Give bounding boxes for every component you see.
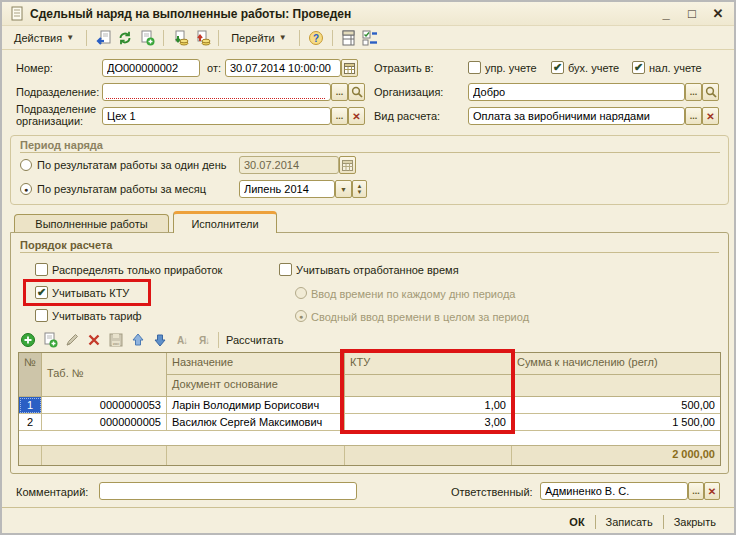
button-bar: ОК Записать Закрыть bbox=[559, 512, 726, 532]
titlebar: Сдельный наряд на выполненные работы: Пр… bbox=[2, 2, 734, 26]
table-empty-area bbox=[19, 431, 720, 445]
maximize-button[interactable]: □ bbox=[684, 6, 700, 22]
spin-down-icon[interactable]: ▼ bbox=[357, 189, 363, 195]
tab-number-cell[interactable]: 0000000005 bbox=[42, 414, 167, 431]
calendar-icon bbox=[344, 63, 355, 74]
header-ktu[interactable]: КТУ bbox=[345, 353, 512, 375]
close-button[interactable]: ✕ bbox=[710, 6, 726, 22]
copy-row-icon[interactable] bbox=[40, 331, 60, 349]
move-up-icon[interactable] bbox=[128, 331, 148, 349]
org-department-input[interactable] bbox=[102, 107, 331, 125]
unpost-document-icon[interactable] bbox=[192, 28, 212, 48]
name-cell[interactable]: Ларін Володимир Борисович bbox=[167, 397, 345, 414]
sort-descending-icon: Я↓ bbox=[194, 331, 214, 349]
period-month-spinner[interactable]: ▲ ▼ bbox=[352, 180, 367, 198]
number-input[interactable] bbox=[102, 59, 200, 77]
row-number-cell[interactable]: 1 bbox=[19, 397, 42, 414]
performers-table: № Таб. № Назначение КТУ Сумма к начислен… bbox=[18, 352, 721, 466]
refresh-icon[interactable] bbox=[115, 28, 135, 48]
responsible-select-button[interactable]: ... bbox=[688, 482, 704, 500]
save-button[interactable]: Записать bbox=[596, 514, 663, 530]
period-day-date-input bbox=[239, 156, 339, 174]
actions-menu-label: Действия bbox=[14, 32, 62, 44]
comment-input[interactable] bbox=[99, 482, 357, 500]
svg-text:кон: кон bbox=[113, 341, 119, 346]
goto-menu-button[interactable]: Перейти ▼ bbox=[225, 28, 293, 48]
row-number-cell[interactable]: 2 bbox=[19, 414, 42, 431]
calculate-button[interactable]: Рассчитать bbox=[226, 331, 283, 349]
tab-performers[interactable]: Исполнители bbox=[173, 211, 277, 233]
reflect-management-label: упр. учете bbox=[485, 59, 537, 77]
department-label: Подразделение: bbox=[16, 83, 99, 101]
toolbar-separator bbox=[332, 30, 333, 46]
tab-number-cell[interactable]: 0000000053 bbox=[42, 397, 167, 414]
move-down-icon[interactable] bbox=[150, 331, 170, 349]
period-month-label: По результатам работы за месяц bbox=[37, 180, 206, 198]
department-select-button[interactable]: ... bbox=[331, 83, 348, 101]
ok-button[interactable]: ОК bbox=[559, 514, 594, 530]
add-row-icon[interactable] bbox=[18, 331, 38, 349]
organization-select-button[interactable]: ... bbox=[685, 83, 702, 101]
ktu-cell[interactable]: 1,00 bbox=[345, 397, 512, 414]
department-search-button[interactable] bbox=[348, 83, 365, 101]
period-day-radio[interactable] bbox=[20, 159, 32, 171]
list-settings-icon[interactable] bbox=[361, 28, 381, 48]
responsible-clear-button[interactable]: ✕ bbox=[704, 482, 720, 500]
use-ktu-checkbox[interactable]: ✔ bbox=[35, 286, 48, 299]
reflect-accounting-label: бух. учете bbox=[568, 59, 619, 77]
document-icon bbox=[10, 6, 24, 22]
use-ktu-label: Учитывать КТУ bbox=[52, 284, 129, 302]
calc-kind-clear-button[interactable]: ✕ bbox=[702, 107, 719, 125]
reread-icon[interactable] bbox=[93, 28, 113, 48]
post-document-icon[interactable] bbox=[170, 28, 190, 48]
calc-kind-input[interactable] bbox=[468, 107, 685, 125]
sum-cell[interactable]: 500,00 bbox=[512, 397, 720, 414]
toolbar-separator bbox=[86, 30, 87, 46]
name-cell[interactable]: Василюк Сергей Максимович bbox=[167, 414, 345, 431]
table-row[interactable]: 2 0000000005 Василюк Сергей Максимович 3… bbox=[19, 414, 720, 431]
header-doc-base[interactable]: Документ основание bbox=[167, 375, 345, 397]
edit-row-icon[interactable] bbox=[62, 331, 82, 349]
table-row[interactable]: 1 0000000053 Ларін Володимир Борисович 1… bbox=[19, 397, 720, 414]
distribute-extra-checkbox[interactable] bbox=[35, 263, 48, 276]
header-sum[interactable]: Сумма к начислению (регл) bbox=[512, 353, 720, 375]
delete-row-icon[interactable] bbox=[84, 331, 104, 349]
copy-document-icon[interactable] bbox=[137, 28, 157, 48]
calendar-button[interactable] bbox=[341, 59, 358, 77]
org-department-select-button[interactable]: ... bbox=[331, 107, 348, 125]
actions-menu-button[interactable]: Действия ▼ bbox=[8, 28, 80, 48]
organization-search-button[interactable] bbox=[702, 83, 719, 101]
period-group-title: Период наряда bbox=[20, 139, 103, 151]
reflect-management-checkbox[interactable] bbox=[468, 61, 481, 74]
ktu-cell[interactable]: 3,00 bbox=[345, 414, 512, 431]
reflect-tax-checkbox[interactable]: ✔ bbox=[632, 61, 645, 74]
org-department-clear-button[interactable]: ✕ bbox=[348, 107, 365, 125]
header-purpose[interactable]: Назначение bbox=[167, 353, 345, 375]
calc-kind-label: Вид расчета: bbox=[374, 107, 440, 125]
total-num-cell bbox=[19, 446, 42, 465]
use-tariff-checkbox[interactable] bbox=[35, 309, 48, 322]
help-icon[interactable]: ? bbox=[306, 28, 326, 48]
header-tab-num[interactable]: Таб. № bbox=[42, 353, 167, 397]
end-edit-icon: кон bbox=[106, 331, 126, 349]
organization-input[interactable] bbox=[468, 83, 685, 101]
sort-ascending-icon: А↓ bbox=[172, 331, 192, 349]
period-month-dropdown-button[interactable]: ▼ bbox=[335, 180, 352, 198]
report-structure-icon[interactable] bbox=[339, 28, 359, 48]
period-month-radio[interactable]: ● bbox=[20, 183, 32, 195]
header-num[interactable]: № bbox=[19, 353, 42, 397]
window-title: Сдельный наряд на выполненные работы: Пр… bbox=[30, 7, 351, 21]
close-window-button[interactable]: Закрыть bbox=[664, 514, 726, 530]
reflect-accounting-checkbox[interactable]: ✔ bbox=[551, 61, 564, 74]
sum-cell[interactable]: 1 500,00 bbox=[512, 414, 720, 431]
use-worked-time-checkbox[interactable] bbox=[279, 263, 292, 276]
minimize-button[interactable]: _ bbox=[658, 6, 674, 22]
required-field-underline bbox=[106, 98, 325, 99]
period-month-input[interactable] bbox=[239, 180, 335, 198]
responsible-input[interactable] bbox=[540, 482, 688, 500]
use-worked-time-label: Учитывать отработанное время bbox=[296, 261, 459, 279]
date-input[interactable] bbox=[225, 59, 341, 77]
period-day-label: По результатам работы за один день bbox=[37, 156, 227, 174]
calc-kind-select-button[interactable]: ... bbox=[685, 107, 702, 125]
tab-works[interactable]: Выполненные работы bbox=[14, 214, 169, 233]
